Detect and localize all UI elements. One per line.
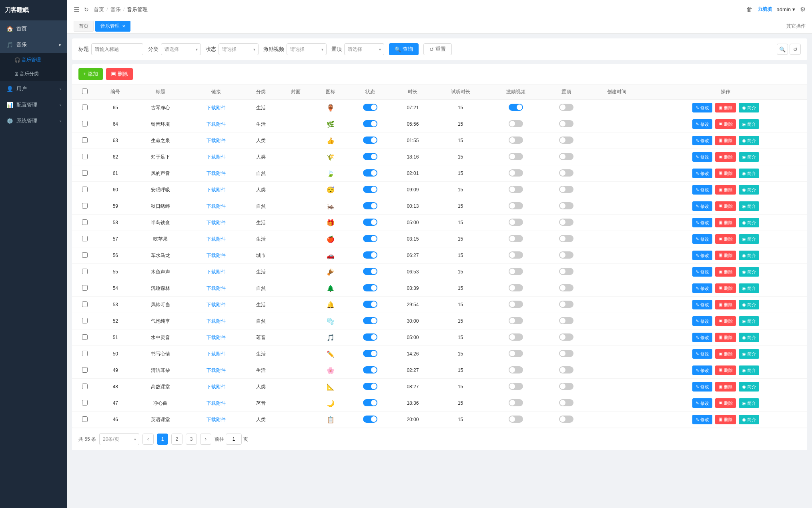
sidebar-item-user[interactable]: 👤 用户 ›: [0, 81, 67, 97]
row-checkbox[interactable]: [82, 400, 88, 406]
cell-top[interactable]: [544, 247, 589, 264]
breadcrumb-music[interactable]: 音乐: [110, 6, 121, 13]
delete-button[interactable]: ▣ 删除: [715, 349, 736, 359]
row-checkbox[interactable]: [82, 351, 88, 356]
modify-button[interactable]: ✎ 修改: [692, 415, 712, 424]
row-checkbox[interactable]: [82, 285, 88, 291]
cell-link[interactable]: 下载附件: [188, 182, 244, 198]
delete-button[interactable]: ▣ 删除: [715, 382, 736, 392]
intro-button[interactable]: ◉ 简介: [739, 185, 759, 195]
cell-ad-video[interactable]: [488, 329, 544, 346]
modify-button[interactable]: ✎ 修改: [692, 136, 712, 145]
cell-status[interactable]: [348, 198, 393, 215]
intro-button[interactable]: ◉ 简介: [739, 333, 759, 342]
cell-ad-video[interactable]: [488, 346, 544, 362]
menu-icon[interactable]: ☰: [74, 6, 79, 13]
cell-link[interactable]: 下载附件: [188, 329, 244, 346]
cell-top[interactable]: [544, 395, 589, 412]
cell-top[interactable]: [544, 280, 589, 297]
cell-link[interactable]: 下载附件: [188, 280, 244, 297]
delete-button[interactable]: ▣ 删除: [715, 218, 736, 227]
cell-link[interactable]: 下载附件: [188, 379, 244, 395]
cell-status[interactable]: [348, 133, 393, 149]
modify-button[interactable]: ✎ 修改: [692, 333, 712, 342]
settings-icon[interactable]: ⚙: [800, 6, 806, 13]
cell-top[interactable]: [544, 198, 589, 215]
cell-top[interactable]: [544, 133, 589, 149]
tab-music-manage[interactable]: 音乐管理 ✕: [95, 21, 130, 32]
delete-button[interactable]: ▣ 删除: [715, 169, 736, 178]
cell-top[interactable]: [544, 379, 589, 395]
intro-button[interactable]: ◉ 简介: [739, 218, 759, 227]
delete-button[interactable]: ▣ 删除: [715, 234, 736, 244]
cell-status[interactable]: [348, 379, 393, 395]
cell-status[interactable]: [348, 231, 393, 247]
cell-status[interactable]: [348, 313, 393, 329]
cell-ad-video[interactable]: [488, 395, 544, 412]
cell-status[interactable]: [348, 362, 393, 379]
row-checkbox[interactable]: [82, 104, 88, 110]
cell-top[interactable]: [544, 231, 589, 247]
modify-button[interactable]: ✎ 修改: [692, 152, 712, 162]
delete-button[interactable]: ▣ 删除: [715, 365, 736, 375]
cell-top[interactable]: [544, 264, 589, 280]
intro-button[interactable]: ◉ 简介: [739, 415, 759, 424]
cell-link[interactable]: 下载附件: [188, 149, 244, 165]
top-select[interactable]: 请选择: [344, 43, 384, 55]
intro-button[interactable]: ◉ 简介: [739, 267, 759, 277]
modify-button[interactable]: ✎ 修改: [692, 185, 712, 195]
table-search-tool[interactable]: 🔍: [777, 44, 788, 55]
modify-button[interactable]: ✎ 修改: [692, 316, 712, 326]
row-checkbox[interactable]: [82, 203, 88, 209]
sidebar-item-home[interactable]: 🏠 首页: [0, 21, 67, 37]
cell-link[interactable]: 下载附件: [188, 215, 244, 231]
cell-status[interactable]: [348, 346, 393, 362]
cell-status[interactable]: [348, 280, 393, 297]
intro-button[interactable]: ◉ 简介: [739, 316, 759, 326]
cell-top[interactable]: [544, 313, 589, 329]
batch-delete-button[interactable]: ▣ 删除: [106, 68, 133, 80]
cell-ad-video[interactable]: [488, 362, 544, 379]
cell-status[interactable]: [348, 100, 393, 116]
cell-top[interactable]: [544, 297, 589, 313]
sidebar-item-music[interactable]: 🎵 音乐 ▾: [0, 37, 67, 53]
tab-close-icon[interactable]: ✕: [122, 24, 125, 28]
sidebar-item-system[interactable]: ⚙️ 系统管理 ›: [0, 113, 67, 129]
delete-button[interactable]: ▣ 删除: [715, 136, 736, 145]
cell-top[interactable]: [544, 215, 589, 231]
breadcrumb-home[interactable]: 首页: [94, 6, 104, 13]
row-checkbox[interactable]: [82, 367, 88, 373]
intro-button[interactable]: ◉ 简介: [739, 169, 759, 178]
row-checkbox[interactable]: [82, 252, 88, 258]
delete-button[interactable]: ▣ 删除: [715, 283, 736, 293]
cell-link[interactable]: 下载附件: [188, 247, 244, 264]
cell-status[interactable]: [348, 264, 393, 280]
cell-ad-video[interactable]: [488, 149, 544, 165]
category-select[interactable]: 请选择: [161, 43, 201, 55]
cell-top[interactable]: [544, 412, 589, 428]
sidebar-item-music-manage[interactable]: 🎧 音乐管理: [0, 53, 67, 67]
delete-button[interactable]: ▣ 删除: [715, 185, 736, 195]
tab-home[interactable]: 首页: [74, 21, 94, 32]
row-checkbox[interactable]: [82, 170, 88, 176]
cell-ad-video[interactable]: [488, 264, 544, 280]
modify-button[interactable]: ✎ 修改: [692, 267, 712, 277]
cell-ad-video[interactable]: [488, 133, 544, 149]
intro-button[interactable]: ◉ 简介: [739, 119, 759, 129]
modify-button[interactable]: ✎ 修改: [692, 349, 712, 359]
row-checkbox[interactable]: [82, 318, 88, 323]
cell-ad-video[interactable]: [488, 100, 544, 116]
cell-ad-video[interactable]: [488, 198, 544, 215]
cell-top[interactable]: [544, 329, 589, 346]
intro-button[interactable]: ◉ 简介: [739, 234, 759, 244]
reset-button[interactable]: ↺ 重置: [423, 43, 452, 55]
delete-button[interactable]: ▣ 删除: [715, 201, 736, 211]
delete-button[interactable]: ▣ 删除: [715, 119, 736, 129]
modify-button[interactable]: ✎ 修改: [692, 119, 712, 129]
sidebar-item-config[interactable]: 📊 配置管理 ›: [0, 97, 67, 113]
ad-video-select[interactable]: 请选择: [287, 43, 327, 55]
cell-status[interactable]: [348, 165, 393, 182]
intro-button[interactable]: ◉ 简介: [739, 283, 759, 293]
intro-button[interactable]: ◉ 简介: [739, 382, 759, 392]
cell-top[interactable]: [544, 100, 589, 116]
